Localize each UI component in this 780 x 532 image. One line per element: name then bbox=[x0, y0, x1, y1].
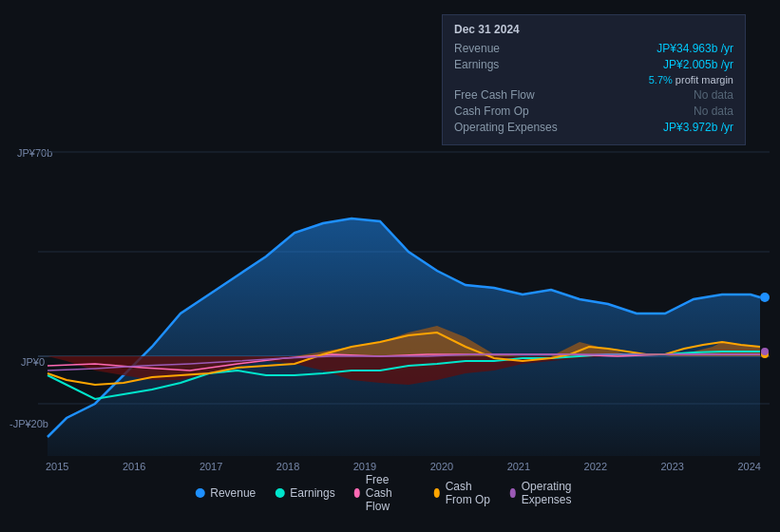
x-label-2020: 2020 bbox=[430, 461, 453, 472]
revenue-value: JP¥34.963b /yr bbox=[656, 42, 733, 55]
revenue-dot-legend bbox=[195, 488, 204, 498]
cashfromop-row: Cash From Op No data bbox=[454, 104, 733, 118]
legend-cashfromop[interactable]: Cash From Op bbox=[434, 480, 491, 506]
legend-revenue[interactable]: Revenue bbox=[195, 486, 256, 500]
revenue-dot bbox=[760, 293, 770, 302]
revenue-label: Revenue bbox=[454, 42, 568, 55]
chart-svg bbox=[0, 147, 780, 461]
cashfromop-value: No data bbox=[694, 104, 733, 118]
opex-row: Operating Expenses JP¥3.972b /yr bbox=[454, 121, 733, 134]
x-label-2015: 2015 bbox=[46, 461, 68, 472]
chart-legend: Revenue Earnings Free Cash Flow Cash Fro… bbox=[195, 473, 585, 513]
margin-value: 5.7% profit margin bbox=[649, 74, 733, 86]
opex-dot bbox=[761, 348, 769, 355]
revenue-row: Revenue JP¥34.963b /yr bbox=[454, 42, 733, 55]
tooltip-box: Dec 31 2024 Revenue JP¥34.963b /yr Earni… bbox=[442, 14, 746, 145]
legend-earnings[interactable]: Earnings bbox=[275, 486, 334, 500]
cashfromop-legend-label: Cash From Op bbox=[446, 480, 491, 506]
x-label-2024: 2024 bbox=[737, 461, 760, 472]
revenue-legend-label: Revenue bbox=[210, 486, 256, 500]
fcf-dot-legend bbox=[354, 488, 360, 498]
legend-opex[interactable]: Operating Expenses bbox=[510, 480, 585, 506]
fcf-row: Free Cash Flow No data bbox=[454, 88, 733, 102]
earnings-label: Earnings bbox=[454, 58, 568, 71]
x-label-2016: 2016 bbox=[123, 461, 145, 472]
earnings-dot-legend bbox=[275, 488, 284, 498]
opex-value: JP¥3.972b /yr bbox=[663, 121, 733, 134]
cashfromop-label: Cash From Op bbox=[454, 104, 568, 118]
x-label-2017: 2017 bbox=[200, 461, 222, 472]
cashfromop-dot-legend bbox=[434, 488, 440, 498]
earnings-legend-label: Earnings bbox=[290, 486, 334, 500]
x-label-2023: 2023 bbox=[661, 461, 684, 472]
legend-fcf[interactable]: Free Cash Flow bbox=[354, 473, 415, 513]
opex-label: Operating Expenses bbox=[454, 121, 568, 134]
x-axis-labels: 2015 2016 2017 2018 2019 2020 2021 2022 … bbox=[46, 461, 761, 472]
x-label-2019: 2019 bbox=[353, 461, 376, 472]
earnings-row: Earnings JP¥2.005b /yr bbox=[454, 58, 733, 71]
fcf-legend-label: Free Cash Flow bbox=[366, 473, 415, 513]
x-label-2021: 2021 bbox=[507, 461, 530, 472]
opex-legend-label: Operating Expenses bbox=[522, 480, 585, 506]
tooltip-date: Dec 31 2024 bbox=[454, 23, 733, 36]
fcf-value: No data bbox=[694, 88, 733, 102]
earnings-value: JP¥2.005b /yr bbox=[663, 58, 733, 71]
margin-row: 5.7% profit margin bbox=[454, 74, 733, 86]
opex-dot-legend bbox=[510, 488, 516, 498]
x-label-2018: 2018 bbox=[276, 461, 299, 472]
fcf-label: Free Cash Flow bbox=[454, 88, 568, 102]
x-label-2022: 2022 bbox=[584, 461, 607, 472]
